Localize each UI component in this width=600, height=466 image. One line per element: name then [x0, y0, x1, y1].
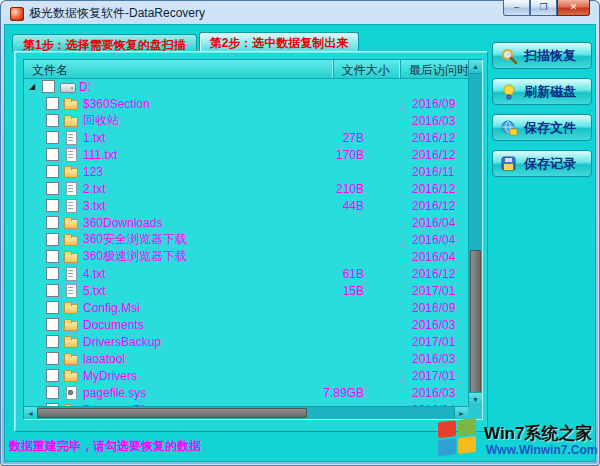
row-checkbox[interactable]	[46, 369, 59, 382]
table-row[interactable]: MyDrivers 2017/01	[24, 367, 468, 384]
horizontal-scrollbar-thumb[interactable]	[37, 408, 307, 418]
row-checkbox[interactable]	[46, 182, 59, 195]
row-checkbox[interactable]	[46, 131, 59, 144]
scroll-right-icon[interactable]: ►	[454, 407, 468, 419]
row-checkbox[interactable]	[42, 80, 55, 93]
table-row[interactable]: 360极速浏览器下载 2016/04	[24, 248, 468, 265]
row-checkbox[interactable]	[46, 165, 59, 178]
file-date: 2016/09	[412, 301, 455, 315]
table-row[interactable]: laoatool 2016/03	[24, 350, 468, 367]
file-type-icon	[64, 386, 79, 399]
row-checkbox[interactable]	[46, 267, 59, 280]
row-checkbox[interactable]	[46, 97, 59, 110]
save-record-label: 保存记录	[524, 155, 576, 173]
file-type-icon	[64, 335, 79, 348]
row-checkbox[interactable]	[46, 114, 59, 127]
file-name: pagefile.sys	[83, 386, 146, 400]
file-date: 2016/12	[412, 131, 455, 145]
table-row[interactable]: 3.txt 44B 2016/12	[24, 197, 468, 214]
horizontal-scrollbar[interactable]: ◄ ►	[24, 406, 468, 419]
file-type-icon	[64, 199, 79, 212]
file-date: 2016/04	[412, 233, 455, 247]
row-checkbox[interactable]	[46, 284, 59, 297]
file-list-rows: ◢ D: $360Section 2016/09 回收站 2016/03 1.t…	[24, 78, 468, 406]
table-row[interactable]: 123 2016/11	[24, 163, 468, 180]
file-date: 2016/03	[412, 386, 455, 400]
table-row[interactable]: Config.Msi 2016/09	[24, 299, 468, 316]
file-type-icon	[64, 250, 79, 263]
file-name: 360安全浏览器下载	[83, 231, 187, 248]
scan-recover-button[interactable]: 扫描恢复	[492, 42, 592, 69]
row-checkbox[interactable]	[46, 352, 59, 365]
table-row[interactable]: $360Section 2016/09	[24, 95, 468, 112]
file-name: Config.Msi	[83, 301, 140, 315]
file-list-header: 文件名 文件大小 最后访问时间	[24, 60, 482, 79]
scroll-left-icon[interactable]: ◄	[24, 407, 38, 419]
file-size: 61B	[304, 267, 364, 281]
file-type-icon	[64, 284, 79, 297]
table-row[interactable]: pagefile.sys 7.89GB 2016/03	[24, 384, 468, 401]
file-name: 5.txt	[83, 284, 106, 298]
row-checkbox[interactable]	[46, 386, 59, 399]
minimize-button[interactable]: –	[503, 0, 530, 16]
tree-expander-icon[interactable]: ◢	[29, 83, 42, 91]
app-window: 极光数据恢复软件-DataRecovery – ❐ ✕ 第1步：选择需要恢复的盘…	[0, 0, 600, 466]
table-row[interactable]: 1.txt 27B 2016/12	[24, 129, 468, 146]
save-file-label: 保存文件	[524, 119, 576, 137]
table-row[interactable]: Documents 2016/03	[24, 316, 468, 333]
file-type-icon	[64, 114, 79, 127]
file-type-icon	[64, 267, 79, 280]
table-row[interactable]: 360Downloads 2016/04	[24, 214, 468, 231]
table-row[interactable]: 360安全浏览器下载 2016/04	[24, 231, 468, 248]
file-type-icon	[60, 80, 75, 93]
vertical-scrollbar[interactable]: ▲ ▼	[468, 60, 482, 406]
file-type-icon	[64, 131, 79, 144]
file-date: 2016/03	[412, 352, 455, 366]
scrollbar-corner	[468, 406, 482, 419]
refresh-disk-button[interactable]: 刷新磁盘	[492, 78, 592, 105]
maximize-button[interactable]: ❐	[530, 0, 557, 16]
row-checkbox[interactable]	[46, 250, 59, 263]
file-date: 2016/11	[412, 165, 455, 179]
file-name: laoatool	[83, 352, 125, 366]
row-checkbox[interactable]	[46, 318, 59, 331]
save-file-button[interactable]: 保存文件	[492, 114, 592, 141]
file-size: 44B	[304, 199, 364, 213]
file-size: 170B	[304, 148, 364, 162]
file-type-icon	[64, 182, 79, 195]
table-row[interactable]: 5.txt 15B 2017/01	[24, 282, 468, 299]
vertical-scrollbar-thumb[interactable]	[470, 250, 481, 401]
save-record-button[interactable]: 保存记录	[492, 150, 592, 177]
row-checkbox[interactable]	[46, 233, 59, 246]
table-row[interactable]: ◢ D:	[24, 78, 468, 95]
tab-step2[interactable]: 第2步：选中数据复制出来	[199, 32, 360, 52]
file-date: 2016/12	[412, 182, 455, 196]
file-type-icon	[64, 318, 79, 331]
table-row[interactable]: DriversBackup 2017/01	[24, 333, 468, 350]
tab-page-step2: 文件名 文件大小 最后访问时间 ◢ D: $360Section 2016/09…	[14, 51, 488, 432]
row-checkbox[interactable]	[46, 301, 59, 314]
titlebar: 极光数据恢复软件-DataRecovery – ❐ ✕	[4, 0, 596, 24]
file-type-icon	[64, 301, 79, 314]
scroll-down-icon[interactable]: ▼	[469, 392, 482, 406]
file-date: 2016/12	[412, 267, 455, 281]
file-name: 4.txt	[83, 267, 106, 281]
table-row[interactable]: 2.txt 210B 2016/12	[24, 180, 468, 197]
row-checkbox[interactable]	[46, 216, 59, 229]
table-row[interactable]: 4.txt 61B 2016/12	[24, 265, 468, 282]
row-checkbox[interactable]	[46, 148, 59, 161]
row-checkbox[interactable]	[46, 199, 59, 212]
column-header-filesize[interactable]: 文件大小	[334, 60, 401, 78]
row-checkbox[interactable]	[46, 335, 59, 348]
scan-recover-icon	[500, 47, 518, 65]
file-date: 2016/12	[412, 199, 455, 213]
close-button[interactable]: ✕	[557, 0, 590, 16]
table-row[interactable]: 回收站 2016/03	[24, 112, 468, 129]
scroll-up-icon[interactable]: ▲	[469, 60, 482, 74]
tab-step1[interactable]: 第1步：选择需要恢复的盘扫描	[12, 34, 197, 52]
table-row[interactable]: 111.txt 170B 2016/12	[24, 146, 468, 163]
file-name: DriversBackup	[83, 335, 161, 349]
file-type-icon	[64, 216, 79, 229]
column-header-filename[interactable]: 文件名	[24, 60, 334, 78]
file-type-icon	[64, 97, 79, 110]
